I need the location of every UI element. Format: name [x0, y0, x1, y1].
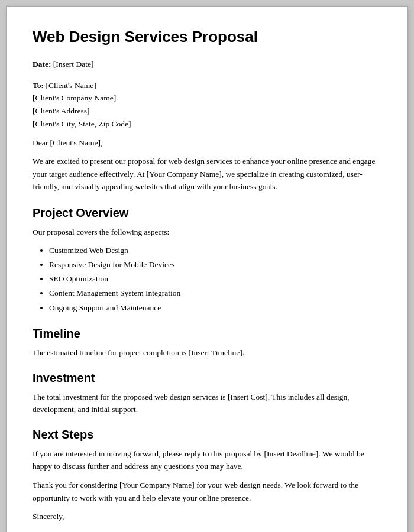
to-company: [Client's Company Name]: [33, 93, 116, 102]
list-item: Customized Web Design: [49, 244, 381, 258]
sincerely-line: Sincerely,: [33, 510, 381, 523]
section-project-overview: Project Overview Our proposal covers the…: [33, 206, 381, 315]
list-item: Ongoing Support and Maintenance: [49, 301, 381, 315]
section-investment: Investment The total investment for the …: [33, 371, 381, 416]
intro-paragraph: We are excited to present our proposal f…: [33, 155, 381, 193]
greeting: Dear [Client's Name],: [33, 138, 381, 148]
section-next-steps: Next Steps If you are interested in movi…: [33, 428, 381, 523]
document-container: Web Design Services Proposal Date: [Inse…: [6, 6, 408, 532]
to-section: To: [Client's Name] [Client's Company Na…: [33, 79, 381, 130]
date-label: Date:: [33, 60, 51, 69]
project-overview-list: Customized Web Design Responsive Design …: [49, 244, 381, 315]
section-body-timeline: The estimated timeline for project compl…: [33, 346, 381, 359]
section-body-investment: The total investment for the proposed we…: [33, 391, 381, 416]
to-label: To:: [33, 81, 44, 90]
to-address: [Client's Address]: [33, 106, 90, 115]
to-city: [Client's City, State, Zip Code]: [33, 119, 131, 128]
list-item: Content Management System Integration: [49, 286, 381, 300]
to-name: [Client's Name]: [46, 81, 96, 90]
date-section: Date: [Insert Date]: [33, 58, 381, 71]
section-heading-project-overview: Project Overview: [33, 206, 381, 220]
section-heading-timeline: Timeline: [33, 327, 381, 340]
list-item: SEO Optimization: [49, 272, 381, 286]
section-heading-next-steps: Next Steps: [33, 428, 381, 442]
section-body-project-overview: Our proposal covers the following aspect…: [33, 226, 381, 239]
section-heading-investment: Investment: [33, 371, 381, 385]
list-item: Responsive Design for Mobile Devices: [49, 258, 381, 272]
date-value: [Insert Date]: [53, 60, 94, 69]
document-title: Web Design Services Proposal: [33, 28, 381, 46]
thank-you-paragraph: Thank you for considering [Your Company …: [33, 479, 381, 504]
section-timeline: Timeline The estimated timeline for proj…: [33, 327, 381, 359]
section-body-next-steps: If you are interested in moving forward,…: [33, 447, 381, 473]
